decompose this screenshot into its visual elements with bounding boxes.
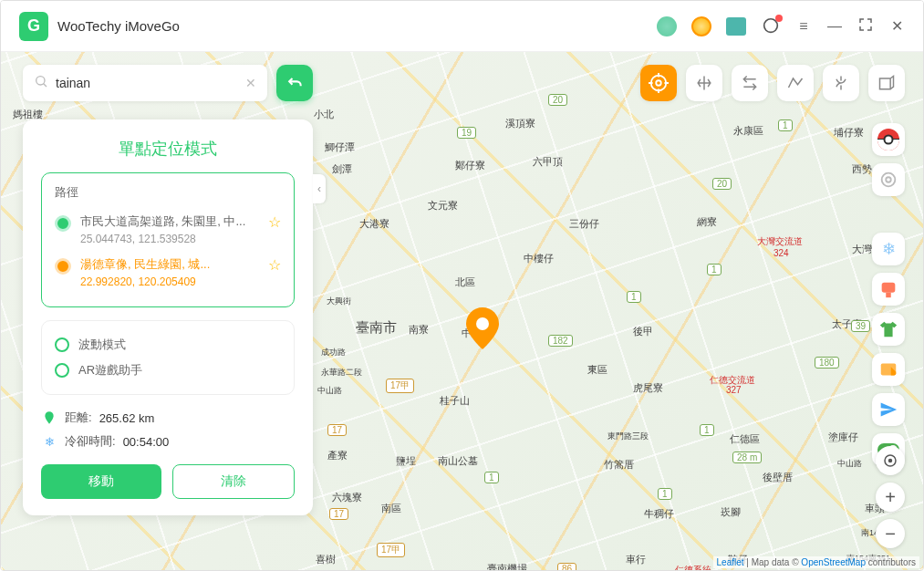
map-label: 大港寮 bbox=[357, 216, 392, 232]
jump-teleport-button[interactable] bbox=[823, 65, 859, 101]
coin-icon[interactable] bbox=[691, 16, 711, 36]
road-shield: 182 bbox=[548, 335, 573, 347]
zoom-out-button[interactable]: − bbox=[876, 519, 905, 548]
user-icon[interactable] bbox=[657, 16, 677, 36]
road-shield: 180 bbox=[815, 357, 839, 369]
svg-point-5 bbox=[651, 76, 667, 91]
map-label: 牛稠仔 bbox=[641, 506, 677, 522]
map-label: 仁德區 bbox=[727, 431, 763, 447]
maximize-button[interactable] bbox=[857, 18, 874, 35]
map-label: 三份仔 bbox=[566, 216, 602, 232]
minimize-button[interactable]: — bbox=[826, 18, 843, 35]
center-button[interactable] bbox=[876, 446, 905, 475]
route-coord: 25.044743, 121.539528 bbox=[80, 233, 259, 245]
map-marker[interactable] bbox=[466, 307, 499, 353]
two-spot-mode-button[interactable] bbox=[732, 65, 768, 101]
road-shield: 1 bbox=[484, 472, 499, 483]
road-shield: 17甲 bbox=[386, 379, 414, 393]
option-ar-helper[interactable]: AR遊戲助手 bbox=[55, 358, 281, 383]
road-shield: 39 bbox=[851, 320, 870, 332]
svg-point-13 bbox=[886, 177, 891, 182]
svg-point-11 bbox=[885, 136, 893, 144]
clear-button[interactable]: 清除 bbox=[172, 464, 295, 499]
map-label: 324 bbox=[771, 247, 792, 259]
search-go-button[interactable] bbox=[276, 65, 313, 101]
map-label: 桂子山 bbox=[437, 393, 472, 409]
route-address: 湯德章像, 民生綠園, 城... bbox=[80, 256, 259, 273]
distance-row: 距離: 265.62 km bbox=[41, 410, 295, 426]
map-label: 鄭仔寮 bbox=[452, 158, 488, 173]
gpx-import-button[interactable] bbox=[868, 65, 905, 101]
search-icon bbox=[34, 74, 48, 92]
road-shield: 1 bbox=[707, 264, 722, 275]
map-label: 臺南市 bbox=[353, 318, 400, 337]
search-clear[interactable]: ✕ bbox=[245, 76, 256, 90]
svg-point-12 bbox=[882, 173, 896, 187]
map-label: 臺南機場 bbox=[484, 561, 530, 570]
route-address: 市民大道高架道路, 朱園里, 中... bbox=[80, 213, 259, 230]
send-icon[interactable] bbox=[872, 393, 905, 426]
multi-spot-mode-button[interactable] bbox=[777, 65, 814, 101]
road-shield: 86 bbox=[557, 563, 576, 570]
image-icon[interactable] bbox=[872, 353, 905, 386]
map-label: 南區 bbox=[379, 501, 404, 516]
leaflet-link[interactable]: Leaflet bbox=[717, 557, 744, 567]
map-label: 網寮 bbox=[694, 214, 720, 230]
road-shield: 20 bbox=[548, 94, 567, 106]
main-area: 媽祖樓小北溪頂寮永康區埔仔寮鄭仔寮六甲頂西勢文元寮大港寮三份仔網寮大灣臺南市南寮… bbox=[1, 52, 923, 570]
pokestop-icon[interactable] bbox=[872, 273, 905, 306]
map-label: 永華路二段 bbox=[318, 366, 365, 379]
map-label: 北區 bbox=[452, 275, 478, 290]
route-item[interactable]: 市民大道高架道路, 朱園里, 中... 25.044743, 121.53952… bbox=[55, 208, 281, 251]
joystick-mode-button[interactable] bbox=[686, 65, 722, 101]
zoom-in-button[interactable]: + bbox=[876, 483, 905, 512]
distance-value: 265.62 km bbox=[99, 411, 155, 425]
road-shield: 1 bbox=[658, 488, 672, 500]
road-shield: 28 m bbox=[732, 452, 762, 463]
favorite-icon[interactable]: ☆ bbox=[268, 213, 281, 231]
road-shield: 1 bbox=[778, 119, 793, 131]
osm-link[interactable]: OpenStreetMap bbox=[801, 557, 866, 567]
map-label: 西勢 bbox=[849, 161, 875, 177]
target-icon[interactable] bbox=[872, 163, 905, 196]
search-input[interactable] bbox=[56, 76, 245, 90]
road-shield: 17 bbox=[327, 424, 347, 436]
safe-icon[interactable] bbox=[726, 17, 746, 36]
favorite-icon[interactable]: ☆ bbox=[268, 256, 281, 274]
radio-icon[interactable] bbox=[55, 363, 69, 378]
close-button[interactable]: ✕ bbox=[888, 17, 905, 35]
options-box: 波動模式 AR遊戲助手 bbox=[41, 320, 295, 395]
map-label: 中樓仔 bbox=[521, 251, 556, 266]
teleport-mode-button[interactable] bbox=[640, 65, 677, 101]
option-wave-mode[interactable]: 波動模式 bbox=[55, 332, 281, 358]
map-label: 南寮 bbox=[406, 322, 431, 337]
route-coord: 22.992820, 120.205409 bbox=[80, 275, 259, 288]
cooldown-value: 00:54:00 bbox=[123, 435, 170, 449]
snowflake-icon[interactable]: ❄ bbox=[872, 233, 905, 265]
map-label: 溪頂寮 bbox=[503, 116, 538, 131]
road-shield: 17 bbox=[329, 508, 348, 520]
map-label: 成功路 bbox=[318, 346, 348, 359]
map-label: 東門路三段 bbox=[605, 430, 651, 443]
pokeball-icon[interactable] bbox=[872, 123, 905, 156]
menu-icon[interactable]: ≡ bbox=[795, 18, 812, 35]
radio-icon[interactable] bbox=[55, 337, 69, 352]
svg-point-20 bbox=[889, 460, 892, 462]
route-box: 路徑 市民大道高架道路, 朱園里, 中... 25.044743, 121.53… bbox=[41, 172, 295, 307]
move-button[interactable]: 移動 bbox=[41, 464, 161, 499]
cooldown-label: 冷卻時間: bbox=[65, 433, 116, 450]
panel-collapse[interactable]: ‹ bbox=[313, 174, 326, 203]
map-label: 車行 bbox=[623, 552, 649, 567]
option-label: AR遊戲助手 bbox=[78, 362, 142, 379]
svg-point-4 bbox=[656, 80, 661, 86]
cooldown-icon: ❄ bbox=[41, 433, 57, 450]
tshirt-icon[interactable] bbox=[872, 313, 905, 346]
route-item[interactable]: 湯德章像, 民生綠園, 城... 22.992820, 120.205409 ☆ bbox=[55, 251, 281, 294]
svg-rect-15 bbox=[886, 293, 891, 298]
distance-icon bbox=[41, 410, 57, 426]
route-panel: ‹ 單點定位模式 路徑 市民大道高架道路, 朱園里, 中... 25.04474… bbox=[23, 119, 313, 515]
support-icon[interactable] bbox=[761, 16, 781, 36]
map-label: 大興街 bbox=[324, 295, 354, 308]
map-label: 中山路 bbox=[835, 457, 865, 471]
svg-rect-14 bbox=[882, 283, 896, 293]
